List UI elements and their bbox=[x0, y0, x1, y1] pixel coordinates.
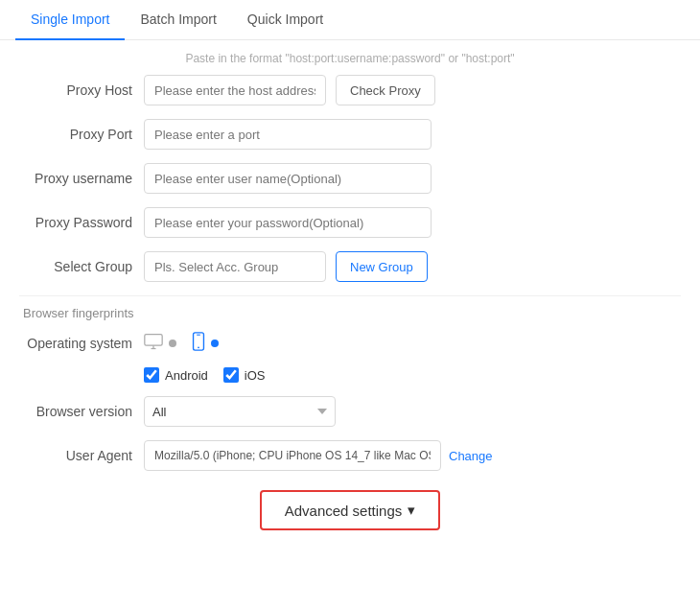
tab-quick-import[interactable]: Quick Import bbox=[232, 0, 338, 40]
tab-bar: Single Import Batch Import Quick Import bbox=[0, 0, 700, 40]
proxy-username-input[interactable] bbox=[144, 163, 432, 194]
browser-fingerprints-title: Browser fingerprints bbox=[19, 306, 681, 320]
os-options bbox=[144, 332, 219, 354]
proxy-port-input[interactable] bbox=[144, 119, 432, 150]
user-agent-label: User Agent bbox=[19, 448, 144, 463]
proxy-password-input[interactable] bbox=[144, 207, 432, 238]
advanced-settings-container: Advanced settings ▾ bbox=[19, 490, 681, 530]
check-proxy-button[interactable]: Check Proxy bbox=[336, 75, 435, 105]
browser-version-label: Browser version bbox=[19, 404, 144, 419]
browser-version-select[interactable]: All Chrome 100 Chrome 110 Chrome 120 bbox=[144, 396, 336, 427]
section-divider bbox=[19, 295, 681, 296]
select-group-row: Select Group New Group bbox=[19, 251, 681, 282]
platform-checkbox-row: Android iOS bbox=[144, 367, 681, 383]
mobile-radio[interactable] bbox=[211, 340, 219, 347]
proxy-port-row: Proxy Port bbox=[19, 119, 681, 150]
svg-point-4 bbox=[198, 346, 199, 348]
proxy-username-label: Proxy username bbox=[19, 171, 144, 186]
tab-batch-import[interactable]: Batch Import bbox=[125, 0, 231, 40]
select-group-input[interactable] bbox=[144, 251, 326, 282]
proxy-port-label: Proxy Port bbox=[19, 127, 144, 142]
user-agent-input[interactable] bbox=[144, 440, 441, 471]
advanced-settings-label: Advanced settings bbox=[285, 503, 403, 519]
android-label: Android bbox=[165, 368, 208, 383]
android-checkbox[interactable] bbox=[144, 367, 159, 383]
select-group-label: Select Group bbox=[19, 259, 144, 274]
format-hint: Paste in the format "host:port:username:… bbox=[19, 52, 681, 65]
advanced-settings-button[interactable]: Advanced settings ▾ bbox=[260, 490, 441, 530]
browser-version-row: Browser version All Chrome 100 Chrome 11… bbox=[19, 396, 681, 427]
proxy-host-input[interactable] bbox=[144, 75, 326, 105]
change-user-agent-link[interactable]: Change bbox=[449, 449, 493, 463]
advanced-dropdown-arrow: ▾ bbox=[408, 502, 415, 519]
proxy-host-row: Proxy Host Check Proxy bbox=[19, 75, 681, 105]
os-label: Operating system bbox=[19, 336, 144, 351]
desktop-radio[interactable] bbox=[169, 340, 176, 347]
main-content: Paste in the format "host:port:username:… bbox=[0, 40, 700, 550]
tab-single-import[interactable]: Single Import bbox=[15, 0, 125, 40]
proxy-username-row: Proxy username bbox=[19, 163, 681, 194]
mobile-icon[interactable] bbox=[192, 332, 205, 354]
proxy-password-row: Proxy Password bbox=[19, 207, 681, 238]
new-group-button[interactable]: New Group bbox=[336, 251, 428, 282]
ios-checkbox[interactable] bbox=[223, 367, 239, 383]
proxy-password-label: Proxy Password bbox=[19, 215, 144, 230]
user-agent-row: User Agent Change bbox=[19, 440, 681, 471]
android-checkbox-item[interactable]: Android bbox=[144, 367, 208, 383]
ios-label: iOS bbox=[245, 368, 266, 383]
desktop-icon[interactable] bbox=[144, 333, 163, 353]
os-row: Operating system bbox=[19, 332, 681, 354]
svg-rect-0 bbox=[145, 335, 162, 346]
proxy-host-label: Proxy Host bbox=[19, 82, 144, 98]
ios-checkbox-item[interactable]: iOS bbox=[223, 367, 266, 383]
